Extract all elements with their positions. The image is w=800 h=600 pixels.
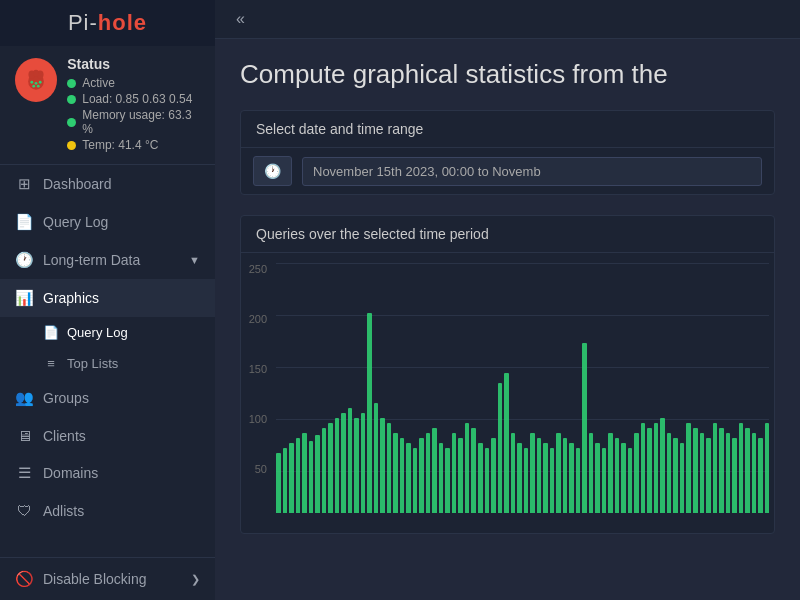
chart-bar — [458, 438, 463, 513]
chart-bar — [524, 448, 529, 513]
collapse-sidebar-button[interactable]: « — [230, 8, 251, 30]
sidebar-item-query-log[interactable]: 📄 Query Log — [0, 203, 215, 241]
date-range-input-row: 🕐 November 15th 2023, 00:00 to Novemb — [241, 148, 774, 194]
active-indicator — [67, 79, 76, 88]
chart-bar — [400, 438, 405, 513]
chart-bar — [283, 448, 288, 513]
chart-bar — [374, 403, 379, 513]
sidebar-item-groups[interactable]: 👥 Groups — [0, 379, 215, 417]
sidebar-item-dashboard[interactable]: ⊞ Dashboard — [0, 165, 215, 203]
date-range-input[interactable]: November 15th 2023, 00:00 to Novemb — [302, 157, 762, 186]
memory-indicator — [67, 118, 76, 127]
sidebar-item-graphics[interactable]: 📊 Graphics — [0, 279, 215, 317]
chart-bar — [419, 438, 424, 513]
chart-bar — [530, 433, 535, 513]
adlists-icon: 🛡 — [15, 502, 33, 519]
status-info: Status Active Load: 0.85 0.63 0.54 Memor… — [67, 56, 200, 154]
svg-point-6 — [39, 81, 42, 84]
chart-bar — [628, 448, 633, 513]
y-label-100: 100 — [241, 413, 267, 425]
status-load-text: Load: 0.85 0.63 0.54 — [82, 92, 192, 106]
chevron-down-icon: ▼ — [189, 254, 200, 266]
chart-bar — [589, 433, 594, 513]
chart-bar — [563, 438, 568, 513]
chart-bar — [686, 423, 691, 513]
svg-point-3 — [33, 70, 39, 77]
sidebar-subitem-top-lists[interactable]: ≡ Top Lists — [0, 348, 215, 379]
chart-bar — [491, 438, 496, 513]
page-title: Compute graphical statistics from the — [240, 59, 775, 90]
status-memory-text: Memory usage: 63.3 % — [82, 108, 200, 136]
chart-bar — [367, 313, 372, 513]
y-label-150: 150 — [241, 363, 267, 375]
dashboard-icon: ⊞ — [15, 175, 33, 193]
chart-bar — [556, 433, 561, 513]
chart-bar — [595, 443, 600, 513]
sidebar-item-long-term-data[interactable]: 🕐 Long-term Data ▼ — [0, 241, 215, 279]
chart-bar — [361, 413, 366, 513]
status-title: Status — [67, 56, 200, 72]
sidebar-item-label: Groups — [43, 390, 89, 406]
chart-bar — [654, 423, 659, 513]
chart-bar — [406, 443, 411, 513]
chart-bar — [680, 443, 685, 513]
chart-bar — [504, 373, 509, 513]
chart-area: 250 200 150 100 50 — [241, 253, 774, 533]
sidebar-subitem-query-log[interactable]: 📄 Query Log — [0, 317, 215, 348]
disable-blocking-icon: 🚫 — [15, 570, 33, 588]
chart-bar — [517, 443, 522, 513]
chart-bar — [641, 423, 646, 513]
chart-y-labels: 250 200 150 100 50 — [241, 263, 271, 513]
main-content: Compute graphical statistics from the Se… — [215, 39, 800, 600]
chart-bar — [485, 448, 490, 513]
sidebar-item-label: Query Log — [43, 214, 108, 230]
chart-bar — [387, 423, 392, 513]
brand-pi: Pi- — [68, 10, 98, 35]
main-content-area: « Compute graphical statistics from the … — [215, 0, 800, 600]
status-memory-row: Memory usage: 63.3 % — [67, 108, 200, 136]
chevron-right-icon: ❯ — [191, 573, 200, 586]
chart-section: Queries over the selected time period 25… — [240, 215, 775, 534]
chart-bar — [608, 433, 613, 513]
status-active-text: Active — [82, 76, 115, 90]
brand-hole: hole — [98, 10, 147, 35]
chart-bar — [745, 428, 750, 513]
sidebar-item-disable-blocking[interactable]: 🚫 Disable Blocking ❯ — [0, 557, 215, 600]
sidebar-item-adlists[interactable]: 🛡 Adlists — [0, 492, 215, 529]
sidebar-item-clients[interactable]: 🖥 Clients — [0, 417, 215, 454]
chart-bar — [452, 433, 457, 513]
chart-bar — [615, 438, 620, 513]
chart-bar — [309, 441, 314, 513]
svg-point-7 — [32, 85, 35, 88]
sidebar-item-label: Graphics — [43, 290, 99, 306]
y-label-200: 200 — [241, 313, 267, 325]
chart-bar — [354, 418, 359, 513]
temp-indicator — [67, 141, 76, 150]
domains-icon: ☰ — [15, 464, 33, 482]
chart-bar — [432, 428, 437, 513]
sidebar-item-domains[interactable]: ☰ Domains — [0, 454, 215, 492]
chart-bar — [335, 418, 340, 513]
chart-bar — [498, 383, 503, 513]
status-load-row: Load: 0.85 0.63 0.54 — [67, 92, 200, 106]
chart-bar — [426, 433, 431, 513]
chart-bar — [693, 428, 698, 513]
status-temp-text: Temp: 41.4 °C — [82, 138, 158, 152]
chart-bar — [706, 438, 711, 513]
sidebar-brand[interactable]: Pi-hole — [0, 0, 215, 46]
chart-bar — [380, 418, 385, 513]
sidebar-item-label: Clients — [43, 428, 86, 444]
chart-bar — [602, 448, 607, 513]
graphics-icon: 📊 — [15, 289, 33, 307]
sidebar-item-label: Dashboard — [43, 176, 112, 192]
chart-bar — [569, 443, 574, 513]
status-box: Status Active Load: 0.85 0.63 0.54 Memor… — [0, 46, 215, 165]
sidebar-item-label: Domains — [43, 465, 98, 481]
double-chevron-left-icon: « — [236, 10, 245, 27]
sidebar: Pi-hole Status — [0, 0, 215, 600]
top-lists-icon: ≡ — [43, 356, 59, 371]
chart-bar — [302, 433, 307, 513]
svg-point-5 — [35, 82, 38, 85]
chart-bar — [647, 428, 652, 513]
chart-bar — [471, 428, 476, 513]
